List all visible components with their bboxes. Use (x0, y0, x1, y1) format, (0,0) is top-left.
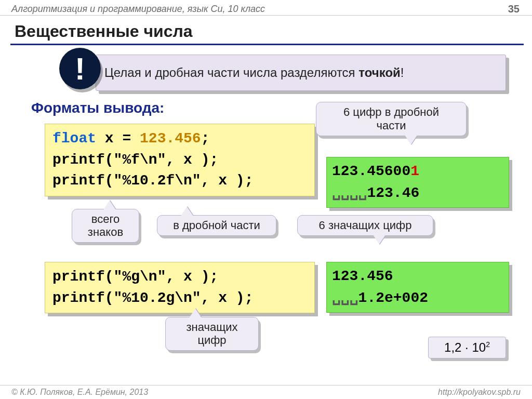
course-title: Алгоритмизация и программирование, язык … (11, 4, 265, 15)
note-strong: точкой (358, 65, 401, 79)
tooltip-fraction-digits: 6 цифр в дробной части (316, 102, 467, 136)
tooltip-significant-digits: значащих цифр (165, 317, 259, 351)
title-underline (10, 44, 524, 45)
output-block-1: 123.456001 ␣␣␣␣123.46 (326, 157, 509, 208)
leading-spaces: ␣␣␣ (332, 290, 358, 306)
tooltip-total-width: всего знаков (72, 209, 139, 243)
math-note: 1,2 · 102 (428, 337, 506, 358)
code-block-2: printf("%g\n", x ); printf("%10.2g\n", x… (45, 262, 315, 313)
page-title: Вещественные числа (15, 22, 193, 41)
tooltip-significant-6: 6 значащих цифр (297, 215, 433, 236)
output-block-2: 123.456 ␣␣␣1.2e+002 (326, 262, 509, 313)
page-number: 35 (508, 3, 520, 15)
header: Алгоритмизация и программирование, язык … (0, 0, 532, 16)
note-text: Целая и дробная части числа разделяются (104, 65, 358, 79)
code-line: printf("%f\n", x ); (52, 152, 218, 168)
footer-url: http://kpolyakov.spb.ru (438, 388, 521, 397)
keyword: float (52, 130, 96, 147)
code-line: printf("%g\n", x ); (52, 269, 218, 285)
code-line: printf("%10.2f\n", x ); (52, 172, 253, 189)
code-line: printf("%10.2g\n", x ); (52, 290, 253, 306)
code-block-1: float x = 123.456; printf("%f\n", x ); p… (45, 124, 315, 196)
tooltip-fraction-part: в дробной части (157, 215, 276, 236)
leading-spaces: ␣␣␣␣ (332, 185, 367, 201)
slide: Алгоритмизация и программирование, язык … (0, 0, 532, 399)
copyright: © К.Ю. Поляков, Е.А. Ерёмин, 2013 (11, 388, 148, 397)
section-subhead: Форматы вывода: (31, 100, 164, 116)
highlight-digit: 1 (410, 163, 419, 179)
note-callout: Целая и дробная части числа разделяются … (96, 55, 506, 91)
number-literal: 123.456 (140, 130, 201, 147)
exclamation-icon: ! (59, 48, 101, 89)
note-excl: ! (401, 65, 404, 79)
footer: © К.Ю. Поляков, Е.А. Ерёмин, 2013 http:/… (0, 385, 532, 399)
